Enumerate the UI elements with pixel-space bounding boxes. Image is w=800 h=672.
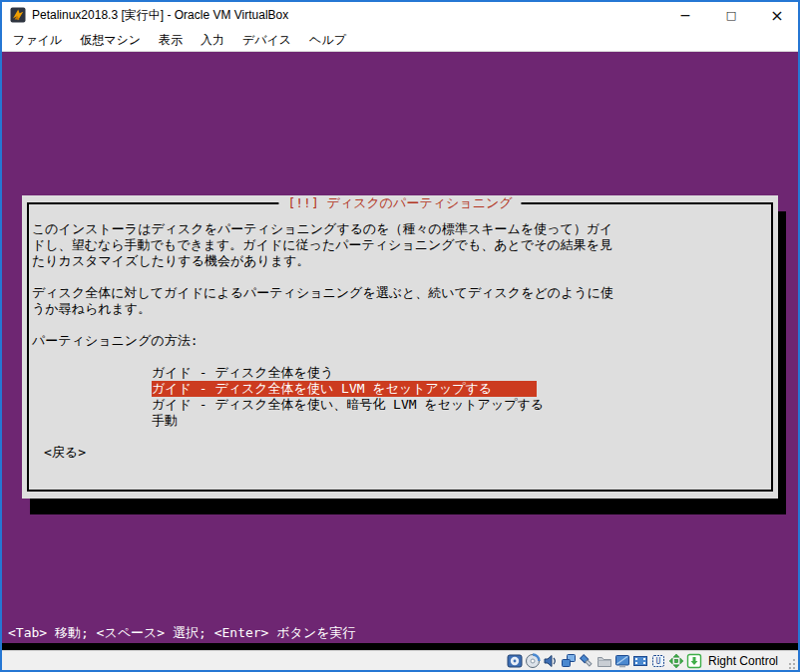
partition-option-row: 手動	[152, 413, 764, 429]
window-title: Petalinux2018.3 [実行中] - Oracle VM Virtua…	[32, 7, 288, 24]
partition-option-row: ガイド - ディスク全体を使い LVM をセットアップする	[152, 381, 764, 397]
optical-disc-icon[interactable]	[525, 653, 541, 669]
hard-disk-icon[interactable]	[507, 653, 523, 669]
back-button[interactable]: <戻る>	[44, 445, 86, 461]
back-button-row: <戻る>	[44, 445, 764, 461]
keyboard-capture-icon[interactable]	[686, 653, 702, 669]
partition-method-label: パーティショニングの方法:	[32, 333, 764, 349]
network-icon[interactable]	[561, 653, 577, 669]
statusbar: U Right Control	[0, 650, 800, 670]
partitioning-dialog: [!!] ディスクのパーティショニング このインストーラはディスクをパーティショ…	[22, 195, 778, 499]
maximize-button[interactable]: □	[708, 0, 754, 30]
menu-view[interactable]: 表示	[150, 30, 192, 51]
menu-machine[interactable]: 仮想マシン	[71, 30, 150, 51]
menu-devices[interactable]: デバイス	[233, 30, 300, 51]
menubar: ファイル 仮想マシン 表示 入力 デバイス ヘルプ	[0, 30, 800, 52]
installer-help-line: <Tab> 移動; <スペース> 選択; <Enter> ボタンを実行	[8, 625, 356, 641]
partition-method-list: ガイド - ディスク全体を使う ガイド - ディスク全体を使い LVM をセット…	[152, 365, 764, 429]
video-capture-icon[interactable]	[632, 653, 648, 669]
menu-help[interactable]: ヘルプ	[300, 30, 355, 51]
dialog-paragraph-line: たりカスタマイズしたりする機会があります。	[32, 253, 764, 269]
dialog-title: [!!] ディスクのパーティショニング	[278, 195, 521, 211]
svg-text:U: U	[656, 657, 661, 666]
dialog-paragraph-line: ディスク全体に対してガイドによるパーティショニングを選ぶと、続いてディスクをどの…	[32, 285, 764, 301]
close-button[interactable]: ×	[754, 0, 800, 30]
shared-folders-icon[interactable]	[597, 653, 612, 669]
partition-option-guided-encrypted-lvm[interactable]: ガイド - ディスク全体を使い、暗号化 LVM をセットアップする	[152, 397, 544, 413]
virtualbox-app-icon	[10, 7, 26, 23]
usb-icon[interactable]	[579, 653, 595, 669]
partition-option-manual[interactable]: 手動	[152, 413, 178, 429]
dialog-paragraph-line: ドし、望むなら手動でもできます。ガイドに従ったパーティショニングでも、あとでその…	[32, 237, 764, 253]
audio-icon[interactable]	[543, 653, 559, 669]
partition-option-guided-whole-disk[interactable]: ガイド - ディスク全体を使う	[152, 365, 333, 381]
host-key-label: Right Control	[708, 654, 778, 668]
resize-grip-icon[interactable]	[786, 655, 796, 667]
dialog-content: このインストーラはディスクをパーティショニングするのを（種々の標準スキームを使っ…	[22, 195, 778, 499]
terminal-bottom-strip	[0, 643, 800, 650]
menu-file[interactable]: ファイル	[4, 30, 71, 51]
dialog-paragraph-line: このインストーラはディスクをパーティショニングするのを（種々の標準スキームを使っ…	[32, 221, 764, 237]
partition-option-row: ガイド - ディスク全体を使い、暗号化 LVM をセットアップする	[152, 397, 764, 413]
minimize-button[interactable]: −	[662, 0, 708, 30]
virtualbox-window: Petalinux2018.3 [実行中] - Oracle VM Virtua…	[0, 0, 800, 672]
partition-option-row: ガイド - ディスク全体を使う	[152, 365, 764, 381]
dialog-paragraph-line: うか尋ねられます。	[32, 301, 764, 317]
features-icon[interactable]: U	[650, 653, 666, 669]
partition-option-guided-lvm[interactable]: ガイド - ディスク全体を使い LVM をセットアップする	[152, 381, 537, 397]
mouse-integration-icon[interactable]	[668, 653, 684, 669]
display-icon[interactable]	[614, 653, 630, 669]
window-titlebar[interactable]: Petalinux2018.3 [実行中] - Oracle VM Virtua…	[0, 0, 800, 30]
menu-input[interactable]: 入力	[192, 30, 233, 51]
